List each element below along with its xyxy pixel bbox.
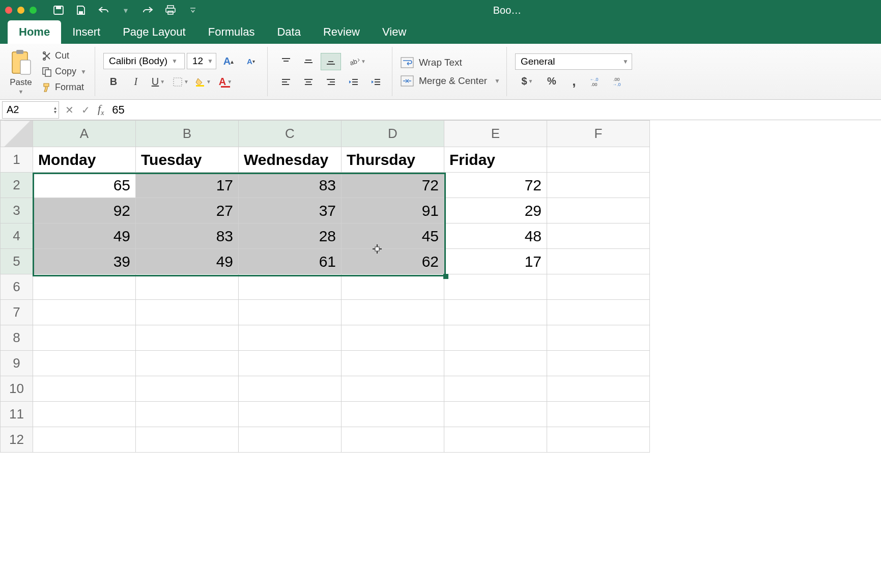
column-header-e[interactable]: E <box>444 121 547 147</box>
cell-b1[interactable]: Tuesday <box>136 147 239 173</box>
tab-data[interactable]: Data <box>266 20 311 44</box>
cell-b4[interactable]: 83 <box>136 223 239 249</box>
bold-button[interactable]: B <box>103 73 124 91</box>
wrap-text-button[interactable]: Wrap Text <box>401 57 500 68</box>
cell-f3[interactable] <box>547 198 650 223</box>
cell-e2[interactable]: 72 <box>444 173 547 198</box>
cell-c3[interactable]: 37 <box>239 198 342 223</box>
decrease-indent-button[interactable] <box>343 73 363 91</box>
orientation-button[interactable]: ab▼ <box>343 53 372 70</box>
tab-insert[interactable]: Insert <box>61 20 111 44</box>
percent-button[interactable]: % <box>542 73 562 90</box>
print-icon[interactable] <box>164 5 177 16</box>
tab-page-layout[interactable]: Page Layout <box>111 20 197 44</box>
align-center-button[interactable] <box>298 73 319 91</box>
row-header-4[interactable]: 4 <box>1 223 33 249</box>
currency-button[interactable]: $▼ <box>515 73 539 90</box>
cell-d2[interactable]: 72 <box>342 173 444 198</box>
redo-icon[interactable] <box>141 5 155 16</box>
cell-f4[interactable] <box>547 223 650 249</box>
column-header-f[interactable]: F <box>547 121 650 147</box>
font-name-combo[interactable]: Calibri (Body)▼ <box>103 53 185 69</box>
save-icon[interactable] <box>74 5 88 16</box>
increase-font-button[interactable]: A▴ <box>218 53 239 70</box>
maximize-window-icon[interactable] <box>30 7 37 14</box>
row-header-9[interactable]: 9 <box>1 351 33 376</box>
cell-e4[interactable]: 48 <box>444 223 547 249</box>
column-header-a[interactable]: A <box>33 121 136 147</box>
font-color-button[interactable]: A▼ <box>215 73 236 91</box>
tab-formulas[interactable]: Formulas <box>197 20 266 44</box>
cell-c2[interactable]: 83 <box>239 173 342 198</box>
tab-view[interactable]: View <box>371 20 417 44</box>
decrease-font-button[interactable]: A▾ <box>241 53 261 70</box>
qat-customize-icon[interactable] <box>186 5 200 16</box>
row-header-10[interactable]: 10 <box>1 376 33 402</box>
row-header-1[interactable]: 1 <box>1 147 33 173</box>
cell-d3[interactable]: 91 <box>342 198 444 223</box>
cell-e5[interactable]: 17 <box>444 249 547 274</box>
column-header-b[interactable]: B <box>136 121 239 147</box>
autosave-icon[interactable] <box>52 5 65 16</box>
cell-c1[interactable]: Wednesday <box>239 147 342 173</box>
cell-a1[interactable]: Monday <box>33 147 136 173</box>
decrease-decimal-button[interactable]: .00→.0 <box>609 73 629 90</box>
row-header-11[interactable]: 11 <box>1 402 33 427</box>
cell-e1[interactable]: Friday <box>444 147 547 173</box>
undo-icon[interactable] <box>97 5 110 16</box>
row-header-7[interactable]: 7 <box>1 300 33 325</box>
tab-home[interactable]: Home <box>8 20 61 44</box>
cut-button[interactable]: Cut <box>40 49 89 62</box>
cell-a3[interactable]: 92 <box>33 198 136 223</box>
row-header-12[interactable]: 12 <box>1 427 33 453</box>
font-size-combo[interactable]: 12▼ <box>187 53 216 69</box>
row-header-6[interactable]: 6 <box>1 274 33 300</box>
increase-indent-button[interactable] <box>365 73 386 91</box>
align-right-button[interactable] <box>321 73 341 91</box>
fx-icon[interactable]: fx <box>94 102 108 117</box>
fill-color-button[interactable]: ▼ <box>193 73 213 91</box>
cell-f5[interactable] <box>547 249 650 274</box>
copy-button[interactable]: Copy▼ <box>40 65 89 78</box>
select-all-corner[interactable] <box>1 121 33 147</box>
enter-formula-button[interactable]: ✓ <box>77 102 94 118</box>
undo-dropdown-icon[interactable]: ▾ <box>119 5 132 16</box>
cell-e3[interactable]: 29 <box>444 198 547 223</box>
column-header-d[interactable]: D <box>342 121 444 147</box>
cancel-formula-button[interactable]: ✕ <box>61 102 77 118</box>
format-painter-button[interactable]: Format <box>40 81 89 94</box>
align-top-button[interactable] <box>276 53 296 70</box>
cell-f2[interactable] <box>547 173 650 198</box>
align-middle-button[interactable] <box>298 53 319 70</box>
align-bottom-button[interactable] <box>321 53 341 70</box>
tab-review[interactable]: Review <box>312 20 371 44</box>
row-header-3[interactable]: 3 <box>1 198 33 223</box>
merge-center-button[interactable]: Merge & Center▼ <box>401 75 500 87</box>
cell-b5[interactable]: 49 <box>136 249 239 274</box>
row-header-8[interactable]: 8 <box>1 325 33 351</box>
comma-style-button[interactable]: , <box>564 73 584 90</box>
cell-c4[interactable]: 28 <box>239 223 342 249</box>
increase-decimal-button[interactable]: ←.0.00 <box>586 73 607 90</box>
paste-button[interactable]: Paste ▼ <box>6 48 36 96</box>
number-format-combo[interactable]: General▼ <box>515 53 632 70</box>
underline-button[interactable]: U▼ <box>148 73 168 91</box>
borders-button[interactable]: ▼ <box>170 73 191 91</box>
cell-d1[interactable]: Thursday <box>342 147 444 173</box>
cell-a4[interactable]: 49 <box>33 223 136 249</box>
column-header-c[interactable]: C <box>239 121 342 147</box>
minimize-window-icon[interactable] <box>17 7 24 14</box>
formula-input[interactable] <box>108 103 881 117</box>
cell-c5[interactable]: 61 <box>239 249 342 274</box>
cell-b3[interactable]: 27 <box>136 198 239 223</box>
cell-a5[interactable]: 39 <box>33 249 136 274</box>
cell-d4[interactable]: 45 <box>342 223 444 249</box>
cell-b2[interactable]: 17 <box>136 173 239 198</box>
align-left-button[interactable] <box>276 73 296 91</box>
spreadsheet-grid[interactable]: A B C D E F 1 Monday Tuesday Wednesday T… <box>0 120 881 453</box>
close-window-icon[interactable] <box>5 7 12 14</box>
cell-f1[interactable] <box>547 147 650 173</box>
cell-a2[interactable]: 65 <box>33 173 136 198</box>
row-header-2[interactable]: 2 <box>1 173 33 198</box>
name-box[interactable]: A2 ▴▾ <box>2 101 59 119</box>
